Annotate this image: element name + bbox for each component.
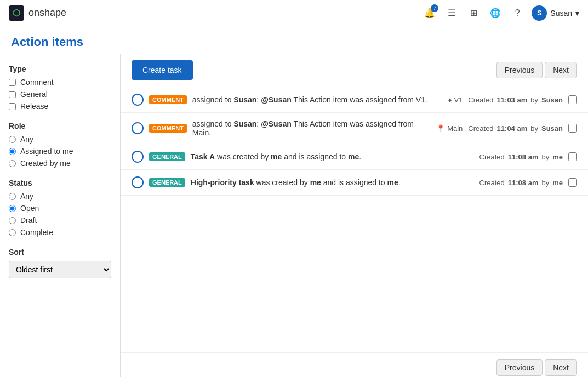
type-release-label: Release [20, 102, 48, 111]
task-item: COMMENT assigned to Susan: @Susan This A… [121, 87, 588, 113]
content-footer: Previous Next [121, 352, 588, 377]
top-nav-buttons: Previous Next [496, 62, 577, 78]
role-created-label: Created by me [20, 159, 71, 168]
help-icon[interactable]: ? [510, 5, 525, 21]
status-any-option: Any [9, 192, 111, 201]
task-checkbox-3[interactable] [568, 152, 577, 161]
avatar: S [532, 5, 547, 21]
task-meta-3: Created 11:08 am by me [479, 153, 563, 161]
type-release-checkbox[interactable] [9, 103, 16, 110]
version-label-2: Main [447, 124, 463, 133]
type-general-checkbox[interactable] [9, 91, 16, 98]
task-meta-4: Created 11:08 am by me [479, 179, 563, 187]
role-filter-section: Role Any Assigned to me Created by me [9, 122, 111, 168]
sort-section: Sort Oldest first Newest first [9, 248, 111, 278]
page-title: Action items [0, 26, 588, 54]
status-draft-radio[interactable] [9, 217, 16, 224]
role-any-radio[interactable] [9, 136, 16, 143]
chevron-down-icon: ▾ [575, 9, 579, 18]
role-filter-title: Role [9, 122, 111, 130]
status-draft-option: Draft [9, 216, 111, 225]
task-text-2: assigned to Susan: @Susan This Action it… [192, 119, 431, 137]
type-comment-option: Comment [9, 78, 111, 87]
task-meta-1: Created 11:03 am by Susan [468, 96, 563, 104]
documents-icon[interactable]: ☰ [444, 5, 459, 21]
content-area: Create task Previous Next COMMENT assign… [121, 54, 588, 377]
task-status-circle[interactable] [132, 151, 144, 163]
type-comment-checkbox[interactable] [9, 79, 16, 86]
main-layout: Type Comment General Release Role Any [0, 54, 588, 377]
task-badge-comment: COMMENT [149, 124, 187, 133]
task-badge-general: GENERAL [149, 178, 185, 187]
type-general-option: General [9, 90, 111, 99]
task-checkbox-4[interactable] [568, 178, 577, 187]
task-badge-general: GENERAL [149, 152, 185, 161]
role-assigned-label: Assigned to me [20, 147, 73, 156]
top-next-button[interactable]: Next [545, 62, 577, 78]
task-version-1: ♦ V1 [448, 96, 463, 104]
task-version-2: 📍 Main [436, 124, 463, 133]
user-name: Susan [550, 9, 572, 18]
role-any-option: Any [9, 135, 111, 144]
top-previous-button[interactable]: Previous [496, 62, 543, 78]
status-complete-option: Complete [9, 228, 111, 237]
task-status-circle[interactable] [132, 122, 144, 134]
type-filter-title: Type [9, 65, 111, 73]
notification-badge: 7 [431, 4, 438, 12]
status-draft-label: Draft [20, 216, 37, 225]
task-text-3: Task A was created by me and is assigned… [191, 152, 474, 161]
sidebar: Type Comment General Release Role Any [0, 54, 121, 377]
version-label-1: V1 [454, 96, 463, 104]
role-created-option: Created by me [9, 159, 111, 168]
header-right: 🔔 7 ☰ ⊞ 🌐 ? S Susan ▾ [422, 5, 579, 21]
status-open-option: Open [9, 204, 111, 213]
sort-title: Sort [9, 248, 111, 256]
role-assigned-option: Assigned to me [9, 147, 111, 156]
bottom-previous-button[interactable]: Previous [496, 359, 543, 376]
type-release-option: Release [9, 102, 111, 111]
version-icon-1: ♦ [448, 96, 452, 104]
task-list: COMMENT assigned to Susan: @Susan This A… [121, 87, 588, 352]
task-item: GENERAL High-priority task was created b… [121, 170, 588, 196]
header: ⬡ onshape 🔔 7 ☰ ⊞ 🌐 ? S Susan ▾ [0, 0, 588, 26]
status-open-label: Open [20, 204, 39, 213]
task-item: COMMENT assigned to Susan: @Susan This A… [121, 113, 588, 144]
type-comment-label: Comment [20, 78, 54, 87]
logo-icon: ⬡ [9, 5, 24, 21]
task-item: GENERAL Task A was created by me and is … [121, 144, 588, 170]
sort-dropdown[interactable]: Oldest first Newest first [9, 261, 111, 278]
branch-icon: 📍 [436, 124, 445, 133]
role-any-label: Any [20, 135, 33, 144]
create-task-button[interactable]: Create task [132, 60, 193, 80]
role-created-radio[interactable] [9, 160, 16, 167]
status-any-radio[interactable] [9, 193, 16, 200]
type-filter-section: Type Comment General Release [9, 65, 111, 111]
status-complete-radio[interactable] [9, 229, 16, 236]
notification-icon[interactable]: 🔔 7 [422, 5, 437, 21]
task-text-1: assigned to Susan: @Susan This Action it… [192, 95, 443, 104]
task-status-circle[interactable] [132, 176, 144, 188]
task-badge-comment: COMMENT [149, 95, 187, 104]
task-text-4: High-priority task was created by me and… [191, 178, 474, 187]
globe-icon[interactable]: 🌐 [488, 5, 503, 21]
task-checkbox-1[interactable] [568, 95, 577, 104]
status-filter-title: Status [9, 179, 111, 187]
task-checkbox-2[interactable] [568, 124, 577, 133]
type-general-label: General [20, 90, 48, 99]
task-status-circle[interactable] [132, 94, 144, 106]
status-any-label: Any [20, 192, 33, 201]
status-complete-label: Complete [20, 228, 53, 237]
grid-icon[interactable]: ⊞ [466, 5, 481, 21]
role-assigned-radio[interactable] [9, 148, 16, 155]
status-filter-section: Status Any Open Draft Complete [9, 179, 111, 237]
status-open-radio[interactable] [9, 205, 16, 212]
bottom-next-button[interactable]: Next [545, 359, 577, 376]
user-menu[interactable]: S Susan ▾ [532, 5, 579, 21]
task-meta-2: Created 11:04 am by Susan [468, 124, 563, 133]
brand-name: onshape [28, 7, 66, 19]
content-header: Create task Previous Next [121, 54, 588, 87]
header-left: ⬡ onshape [9, 5, 66, 21]
